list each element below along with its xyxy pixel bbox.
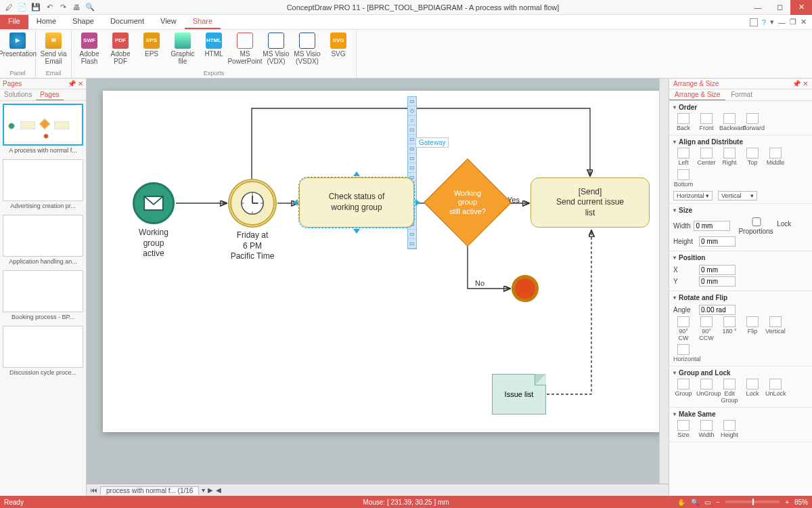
send-email-button[interactable]: ✉Send via Email xyxy=(39,31,68,68)
palette-item[interactable]: ▭ xyxy=(408,154,416,163)
thumb-3[interactable]: Application handling an... xyxy=(3,215,83,265)
section-order-header[interactable]: Order xyxy=(673,104,808,113)
mdi-restore-icon[interactable]: ❐ xyxy=(790,18,796,26)
sel-handle-icon[interactable] xyxy=(293,199,298,206)
order-front-button[interactable]: Front xyxy=(696,113,717,132)
canvas[interactable]: ▭◇○▭▭▭▭▭▭▭▭▭▭▭▭▭ Gateway Working group a… xyxy=(87,79,669,496)
align-left-button[interactable]: Left xyxy=(673,148,694,167)
palette-item[interactable]: ◇ xyxy=(408,106,416,116)
presentation-button[interactable]: ▶Presentation xyxy=(3,31,32,68)
flip-vertical-button[interactable]: Vertical xyxy=(765,316,786,342)
undo-icon[interactable]: ↶ xyxy=(45,3,54,12)
zoom-tool-icon[interactable]: 🔍 xyxy=(691,499,699,506)
palette-item[interactable]: ▭ xyxy=(408,125,416,135)
vertical-scrollbar[interactable] xyxy=(659,79,669,484)
new-icon[interactable]: 📄 xyxy=(18,3,27,12)
x-input[interactable] xyxy=(699,265,736,275)
section-position-header[interactable]: Position xyxy=(673,254,808,263)
ribbon-options-icon[interactable]: ▾ xyxy=(770,18,774,26)
y-input[interactable] xyxy=(699,276,736,287)
ungroup-button[interactable]: UnGroup xyxy=(696,379,717,404)
height-input[interactable] xyxy=(699,236,736,247)
unlock-button[interactable]: UnLock xyxy=(765,379,786,404)
rotate-cw-button[interactable]: 90° CW xyxy=(673,316,694,342)
tab-dropdown-icon[interactable]: ▾ xyxy=(202,486,205,494)
gateway[interactable]: Working group still active? xyxy=(436,171,499,234)
tab-nav-prev-icon[interactable]: ◀ xyxy=(216,486,221,494)
subtab-pages[interactable]: Pages xyxy=(36,89,63,100)
flip-horizontal-button[interactable]: Horizontal xyxy=(673,344,694,363)
palette-item[interactable]: ▭ xyxy=(408,230,416,239)
tab-nav-first-icon[interactable]: ⏮ xyxy=(91,486,97,494)
lock-button[interactable]: Lock xyxy=(742,379,763,404)
tab-nav-next-icon[interactable]: ▶ xyxy=(208,486,213,494)
zoom-level[interactable]: 85% xyxy=(794,499,808,506)
section-size-header[interactable]: Size xyxy=(673,207,808,216)
minimize-button[interactable]: — xyxy=(747,0,769,15)
export-svg-button[interactable]: SVGSVG xyxy=(323,31,353,68)
group-button[interactable]: Group xyxy=(673,379,694,404)
subtab-arrange[interactable]: Arrange & Size xyxy=(669,89,725,100)
export-html-button[interactable]: HTMLHTML xyxy=(199,31,229,68)
subtab-solutions[interactable]: Solutions xyxy=(0,89,36,100)
tab-document[interactable]: Document xyxy=(102,15,152,29)
style-swatch-icon[interactable] xyxy=(750,18,758,26)
maximize-button[interactable]: ◻ xyxy=(769,0,790,15)
end-event[interactable] xyxy=(512,275,539,302)
subtab-format[interactable]: Format xyxy=(725,89,758,100)
thumb-4[interactable]: Booking process - BP... xyxy=(3,270,83,320)
task-check-status[interactable]: Check status of working group xyxy=(299,177,414,228)
width-input[interactable] xyxy=(694,221,730,231)
export-pdf-button[interactable]: PDFAdobe PDF xyxy=(106,31,135,68)
align-middle-button[interactable]: Middle xyxy=(765,148,786,167)
palette-item[interactable]: ▭ xyxy=(408,239,416,249)
section-group-header[interactable]: Group and Lock xyxy=(673,369,808,379)
save-icon[interactable]: 💾 xyxy=(31,3,41,12)
timer-event[interactable] xyxy=(228,179,277,228)
sel-handle-icon[interactable] xyxy=(353,229,360,234)
tab-view[interactable]: View xyxy=(152,15,185,29)
fit-page-icon[interactable]: ▭ xyxy=(704,499,710,506)
tab-shape[interactable]: Shape xyxy=(64,15,102,29)
help-icon[interactable]: ? xyxy=(762,18,766,26)
rotate-ccw-button[interactable]: 90° CCW xyxy=(696,316,717,342)
order-back-button[interactable]: Back xyxy=(673,113,694,132)
rotate-180-button[interactable]: 180 ° xyxy=(719,316,740,342)
close-button[interactable]: ✕ xyxy=(790,0,812,15)
redo-icon[interactable]: ↷ xyxy=(58,3,68,12)
section-rotate-header[interactable]: Rotate and Flip xyxy=(673,294,808,303)
hand-tool-icon[interactable]: ✋ xyxy=(677,499,685,506)
order-forward-button[interactable]: Forward xyxy=(742,113,763,132)
task-send[interactable]: [Send] Send current issue list xyxy=(531,177,650,228)
palette-item[interactable]: ○ xyxy=(408,116,416,125)
palette-item[interactable]: ▭ xyxy=(408,163,416,173)
export-ppt-button[interactable]: PMS PowerPoint xyxy=(230,31,260,68)
close-panel-icon[interactable]: ✕ xyxy=(78,80,83,87)
flip-button[interactable]: Flip xyxy=(742,316,763,342)
align-top-button[interactable]: Top xyxy=(742,148,763,167)
mdi-close-icon[interactable]: ✕ xyxy=(800,18,807,26)
section-align-header[interactable]: Align and Distribute xyxy=(673,138,808,148)
zoom-out-button[interactable]: − xyxy=(716,499,720,506)
export-eps-button[interactable]: EPSEPS xyxy=(137,31,166,68)
palette-item[interactable]: ▭ xyxy=(408,97,416,106)
angle-input[interactable] xyxy=(699,305,736,315)
same-height-button[interactable]: Height xyxy=(719,420,740,439)
export-visio-vdx-button[interactable]: VMS Visio (VDX) xyxy=(261,31,291,68)
thumb-5[interactable]: Discussion cycle proce... xyxy=(3,326,83,376)
tab-share[interactable]: Share xyxy=(185,15,221,29)
edit-group-button[interactable]: Edit Group xyxy=(719,379,740,404)
section-same-header[interactable]: Make Same xyxy=(673,410,808,420)
start-event[interactable] xyxy=(133,182,175,224)
print-icon[interactable]: 🖶 xyxy=(72,3,81,12)
close-panel-icon[interactable]: ✕ xyxy=(803,80,808,87)
export-graphic-button[interactable]: Graphic file xyxy=(168,31,198,68)
distribute-vertical-select[interactable]: Vertical▾ xyxy=(718,191,757,200)
page-thumbnails[interactable]: A process with normal f... Advertising c… xyxy=(0,101,86,496)
distribute-horizontal-select[interactable]: Horizontal▾ xyxy=(673,191,713,200)
sel-handle-icon[interactable] xyxy=(353,171,360,176)
lock-proportions-checkbox[interactable] xyxy=(738,217,775,226)
data-object-issue-list[interactable]: Issue list xyxy=(492,374,546,415)
diagram-page[interactable]: ▭◇○▭▭▭▭▭▭▭▭▭▭▭▭▭ Gateway Working group a… xyxy=(103,91,663,432)
doc-tab-1[interactable]: process with normal f... (1/16 xyxy=(100,486,199,494)
